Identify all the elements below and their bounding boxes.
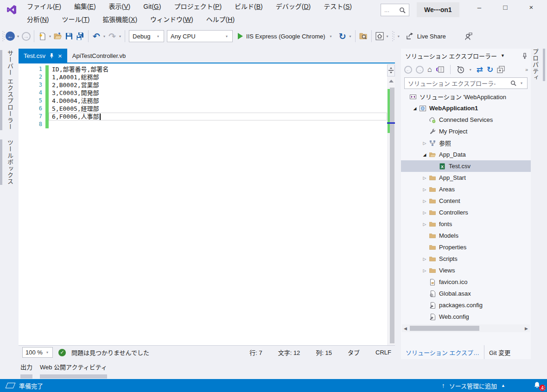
code-line[interactable]: 5 4.D0004,法務部 [19, 97, 387, 105]
tree-item[interactable]: Web.config [401, 311, 531, 322]
tree-item[interactable]: Global.asax [401, 288, 531, 299]
bottom-panel-tab[interactable]: Web 公開アクティビティ [40, 362, 107, 379]
dock-tab[interactable]: サーバー エクスプローラー [0, 50, 19, 130]
menu-item[interactable]: 拡張機能(X) [96, 13, 144, 26]
find-in-files-button[interactable] [358, 30, 369, 43]
expand-arrow[interactable]: ▷ [421, 222, 428, 227]
line-indicator[interactable]: 行: 7 [249, 348, 262, 357]
menu-item[interactable]: プロジェクト(P) [167, 0, 228, 13]
solution-explorer-title-bar[interactable]: ソリューション エクスプローラー ▼ [401, 49, 531, 63]
editor-splitter-handle[interactable] [387, 64, 395, 76]
browser-link-dropdown-caret[interactable]: ▾ [387, 34, 388, 38]
toolbar-grip[interactable] [392, 30, 394, 42]
tree-item[interactable]: ▷ Areas [401, 183, 531, 195]
run-dropdown-caret[interactable]: ▾ [330, 34, 332, 38]
collapse-all-icon[interactable] [497, 66, 505, 73]
home-icon[interactable]: ⌂ [427, 65, 432, 74]
tree-item[interactable]: ▷ Scripts [401, 253, 531, 265]
scrollbar-thumb[interactable] [410, 326, 479, 331]
dock-tab[interactable]: ツールボックス [0, 139, 19, 185]
scrollbar-right-arrow[interactable]: ▶ [525, 326, 528, 331]
tree-item[interactable]: packages.config [401, 299, 531, 311]
solution-configuration-combo[interactable]: Debug▾ [129, 30, 164, 42]
code-line[interactable]: 3 2,B0002,営業部 [19, 81, 387, 89]
live-share-button[interactable]: Live Share [401, 32, 451, 40]
tree-item[interactable]: favicon.ico [401, 276, 531, 288]
column-indicator[interactable]: 列: 15 [316, 348, 332, 357]
editor-vertical-scrollbar[interactable] [387, 76, 395, 345]
tree-item[interactable]: ▷ Content [401, 195, 531, 207]
panel-tab[interactable]: ソリューション エクスプ… [401, 345, 484, 359]
menu-item[interactable]: ヘルプ(H) [200, 13, 241, 26]
panel-dropdown-caret[interactable]: ▼ [501, 53, 505, 58]
line-ending-indicator[interactable]: CRLF [375, 349, 391, 356]
tree-item[interactable]: Models [401, 230, 531, 241]
browser-link-home-button[interactable] [374, 30, 385, 43]
tree-item[interactable]: ▷ fonts [401, 218, 531, 230]
switch-views-icon[interactable] [436, 66, 444, 73]
close-button[interactable]: × [518, 0, 544, 14]
pin-icon[interactable] [50, 53, 54, 58]
expand-arrow[interactable]: ◢ [412, 106, 418, 111]
tree-item[interactable]: Properties [401, 241, 531, 253]
dock-tab[interactable]: プロパティ [531, 49, 547, 81]
tree-item[interactable]: ▷ 参照 [401, 137, 531, 149]
code-line[interactable]: 1 ID,部署番号,部署名 [19, 65, 387, 73]
tree-item[interactable]: X Test.csv [401, 160, 531, 172]
scrollbar-left-arrow[interactable]: ◀ [404, 326, 407, 331]
scrollbar-up-arrow[interactable] [389, 80, 394, 82]
code-line[interactable]: 8 [19, 120, 387, 128]
editor-tab[interactable]: ApiTestController.vb × [67, 49, 131, 63]
toolbar-overflow-chevrons[interactable]: ›› [525, 67, 528, 72]
menu-item[interactable]: ウィンドウ(W) [144, 13, 200, 26]
toolbar-overflow-caret[interactable]: ▾ [398, 34, 400, 38]
menu-item[interactable]: デバッグ(D) [269, 0, 317, 13]
tree-item[interactable]: ◢ App_Data [401, 149, 531, 160]
search-dropdown-caret[interactable]: ▾ [521, 81, 522, 85]
pending-changes-filter-icon[interactable] [457, 66, 464, 74]
maximize-button[interactable]: □ [492, 0, 518, 14]
minimize-button[interactable]: – [466, 0, 492, 14]
undo-button[interactable]: ↶ [91, 30, 102, 43]
forward-button[interactable]: → [416, 66, 424, 74]
hot-reload-dropdown-caret[interactable]: ▾ [350, 34, 351, 38]
save-all-button[interactable] [75, 30, 86, 43]
undo-dropdown-caret[interactable]: ▾ [103, 34, 105, 38]
expand-arrow[interactable]: ▷ [421, 268, 428, 273]
menu-item[interactable]: ビルド(B) [228, 0, 269, 13]
menu-item[interactable]: 分析(N) [20, 13, 55, 26]
expand-arrow[interactable]: ▷ [421, 176, 428, 180]
solution-platform-combo[interactable]: Any CPU▾ [167, 30, 233, 42]
expand-arrow[interactable]: ▷ [421, 210, 428, 215]
menu-item[interactable]: 編集(E) [68, 0, 102, 13]
redo-button[interactable]: ↷ [107, 30, 118, 43]
start-debugging-button[interactable]: IIS Express (Google Chrome) ▾ [234, 33, 337, 40]
navigate-forward-button[interactable]: → [20, 30, 32, 43]
add-to-source-control-button[interactable]: ↑ ソース管理に追加 ▲ [442, 381, 505, 390]
indent-indicator[interactable]: タブ [348, 348, 360, 357]
tree-item[interactable]: ソリューション 'WebApplication [401, 91, 531, 102]
close-icon[interactable]: × [58, 52, 62, 59]
tree-item[interactable]: My Project [401, 126, 531, 137]
tree-item[interactable]: ▷ Controllers [401, 207, 531, 218]
redo-dropdown-caret[interactable]: ▾ [119, 34, 121, 38]
menu-item[interactable]: ファイル(F) [20, 0, 68, 13]
refresh-icon[interactable]: ↻ [487, 66, 493, 74]
menu-item[interactable]: 表示(V) [102, 0, 137, 13]
quick-search-box[interactable]: ... [381, 4, 409, 16]
tree-item[interactable]: ▷ Views [401, 265, 531, 276]
bottom-panel-tab[interactable]: 出力 [20, 362, 32, 379]
expand-arrow[interactable]: ◢ [421, 152, 428, 157]
tree-item[interactable]: ▷ App_Start [401, 172, 531, 183]
char-indicator[interactable]: 文字: 12 [278, 348, 300, 357]
menu-item[interactable]: テスト(S) [317, 0, 358, 13]
panel-tab[interactable]: Git 変更 [484, 345, 515, 359]
expand-arrow[interactable]: ▷ [421, 199, 428, 203]
code-line[interactable]: 4 3,C0003,開発部 [19, 89, 387, 97]
navigate-back-button[interactable]: ← [5, 30, 16, 43]
editor[interactable]: 1 ID,部署番号,部署名 2 1,A0001,総務部 3 [19, 63, 395, 345]
new-file-dropdown-caret[interactable]: ▾ [49, 34, 51, 38]
zoom-combo[interactable]: 100 %▾ [22, 347, 53, 358]
solution-explorer-horizontal-scrollbar[interactable]: ◀ ▶ [402, 324, 530, 332]
pin-icon[interactable] [523, 53, 527, 59]
